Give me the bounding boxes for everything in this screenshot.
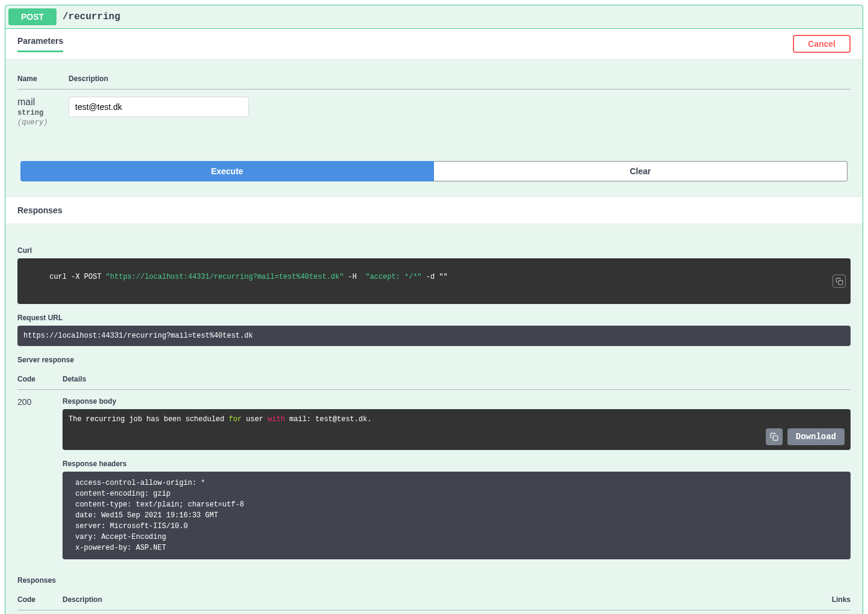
col-header-details: Details <box>63 369 851 390</box>
responses-body: Curl curl -X POST "https://localhost:443… <box>5 224 863 614</box>
curl-url: "https://localhost:44331/recurring?mail=… <box>106 273 344 281</box>
curl-text: -d "" <box>422 273 448 281</box>
copy-body-button[interactable] <box>766 428 783 445</box>
parameters-table: Name Description mail string (query) <box>17 68 851 134</box>
col-header-description: Description <box>63 589 802 610</box>
clipboard-icon <box>836 278 843 285</box>
documented-responses-table: Code Description Links 200 Success No li… <box>17 589 851 614</box>
copy-curl-button[interactable] <box>833 275 846 288</box>
response-body-keyword: for <box>228 415 242 424</box>
col-header-description: Description <box>69 68 851 90</box>
server-response-label: Server response <box>17 356 851 364</box>
param-type: string <box>17 109 69 117</box>
server-response-row: 200 Response body The recurring job has … <box>17 390 851 567</box>
col-header-name: Name <box>17 68 69 90</box>
clipboard-icon <box>770 433 778 441</box>
parameters-tab[interactable]: Parameters <box>17 36 63 52</box>
request-url-label: Request URL <box>17 314 851 322</box>
server-response-table: Code Details 200 Response body The recur… <box>17 369 851 567</box>
responses-section-header: Responses <box>5 196 863 224</box>
parameters-body: Name Description mail string (query) <box>5 59 863 196</box>
param-in: (query) <box>17 118 69 127</box>
curl-label: Curl <box>17 246 851 255</box>
opblock-post: POST /recurring Parameters Cancel Name D… <box>5 5 863 614</box>
param-mail-input[interactable] <box>69 97 249 117</box>
curl-accept: "accept: */*" <box>365 273 422 281</box>
col-header-code: Code <box>17 589 63 610</box>
parameter-row: mail string (query) <box>17 90 851 135</box>
documented-response-row: 200 Success No links <box>17 610 851 615</box>
clear-button[interactable]: Clear <box>434 161 848 181</box>
documented-responses-label: Responses <box>17 576 851 585</box>
curl-text: -H <box>344 273 365 281</box>
documented-response-links: No links <box>802 610 851 615</box>
response-body-text: The recurring job has been scheduled <box>69 415 228 424</box>
cancel-button[interactable]: Cancel <box>793 35 851 53</box>
response-headers-block: access-control-allow-origin: * content-e… <box>63 472 851 559</box>
curl-block: curl -X POST "https://localhost:44331/re… <box>17 258 851 304</box>
response-body-block: The recurring job has been scheduled for… <box>63 409 851 450</box>
responses-title: Responses <box>17 205 63 215</box>
method-badge: POST <box>8 8 57 25</box>
documented-response-code: 200 <box>17 610 63 615</box>
endpoint-path: /recurring <box>63 11 120 22</box>
response-headers-label: Response headers <box>63 460 851 468</box>
param-name: mail <box>17 97 69 108</box>
operation-summary[interactable]: POST /recurring <box>5 5 863 29</box>
action-button-row: Execute Clear <box>17 161 851 184</box>
download-button[interactable]: Download <box>787 428 845 445</box>
response-body-text: mail: test@test.dk. <box>285 415 371 424</box>
response-body-label: Response body <box>63 397 851 406</box>
svg-rect-1 <box>773 436 778 440</box>
curl-text: curl -X POST <box>49 273 106 281</box>
response-body-keyword: with <box>267 415 285 424</box>
col-header-links: Links <box>802 589 851 610</box>
parameters-header: Parameters Cancel <box>5 29 863 59</box>
response-body-text: user <box>242 415 267 424</box>
execute-button[interactable]: Execute <box>20 161 434 181</box>
response-code: 200 <box>17 390 63 567</box>
col-header-code: Code <box>17 369 63 390</box>
request-url-block: https://localhost:44331/recurring?mail=t… <box>17 326 851 346</box>
svg-rect-0 <box>838 280 842 284</box>
